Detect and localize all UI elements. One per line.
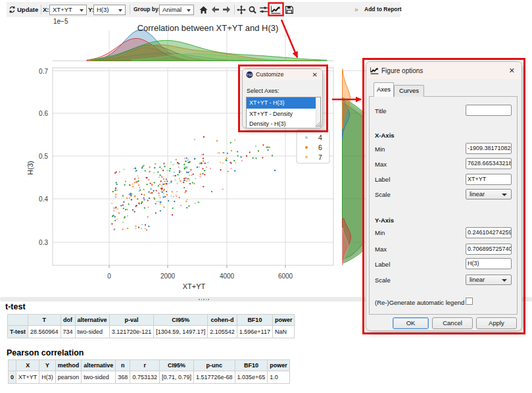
svg-text:TSF: TSF <box>247 72 253 76</box>
svg-text:4: 4 <box>318 134 322 142</box>
svg-text:7: 7 <box>318 153 322 161</box>
svg-text:6: 6 <box>318 144 322 151</box>
svg-text:H(3): H(3) <box>26 161 34 174</box>
svg-text:1e−5: 1e−5 <box>53 18 68 25</box>
svg-text:0.5: 0.5 <box>39 153 48 160</box>
svg-text:4000: 4000 <box>220 273 235 280</box>
svg-text:XT+YT: XT+YT <box>183 282 206 290</box>
svg-text:0: 0 <box>107 273 111 280</box>
svg-text:0.6: 0.6 <box>39 110 48 117</box>
svg-text:0.4: 0.4 <box>39 196 48 203</box>
svg-text:Correlation between XT+YT and: Correlation between XT+YT and H(3) <box>137 23 279 33</box>
svg-text:2000: 2000 <box>160 273 176 280</box>
svg-text:0.7: 0.7 <box>39 68 48 75</box>
svg-text:0.3: 0.3 <box>39 239 48 246</box>
svg-text:6000: 6000 <box>278 273 293 280</box>
